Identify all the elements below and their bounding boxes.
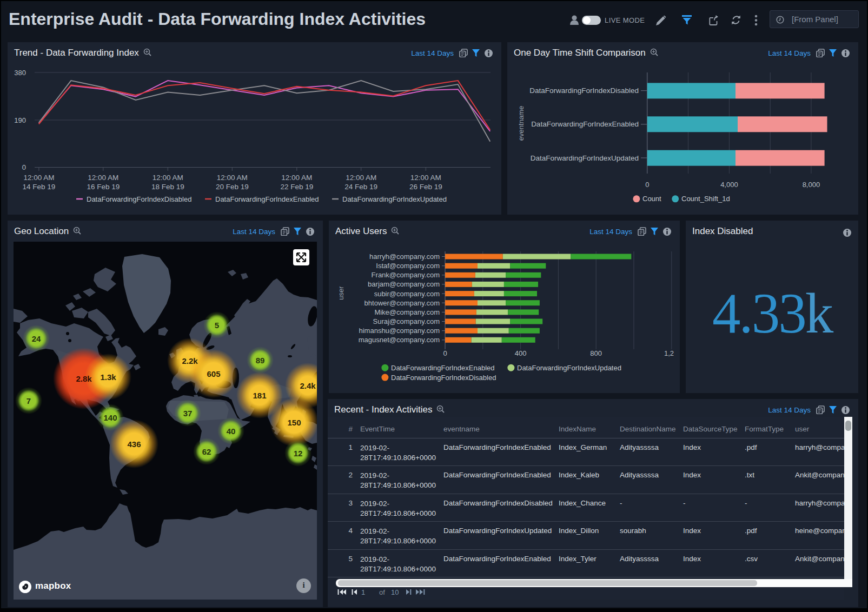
svg-text:Frank@company.com: Frank@company.com: [372, 271, 440, 279]
svg-text:bhtower@company.com: bhtower@company.com: [365, 299, 440, 307]
svg-text:LIVE MODE: LIVE MODE: [605, 16, 645, 24]
svg-text:14 Feb 19: 14 Feb 19: [23, 183, 56, 191]
svg-text:harryh@company.com: harryh@company.com: [369, 252, 440, 261]
svg-text:DataForwardingForIndexUpdated: DataForwardingForIndexUpdated: [342, 195, 447, 203]
svg-text:20 Feb 19: 20 Feb 19: [216, 183, 249, 191]
svg-text:12:00 AM: 12:00 AM: [346, 174, 376, 182]
svg-text:DataForwardingForIndexDisabled: DataForwardingForIndexDisabled: [529, 87, 639, 95]
svg-text:16 Feb 19: 16 Feb 19: [87, 183, 120, 191]
svg-text:8,000: 8,000: [803, 181, 820, 189]
svg-text:DataForwardingForIndexUpdated: DataForwardingForIndexUpdated: [531, 154, 639, 162]
svg-text:18 Feb 19: 18 Feb 19: [151, 183, 184, 191]
svg-text:12:00 AM: 12:00 AM: [153, 174, 183, 182]
svg-text:1,2: 1,2: [664, 349, 674, 357]
svg-text:24 Feb 19: 24 Feb 19: [344, 183, 377, 191]
svg-text:12:00 AM: 12:00 AM: [88, 174, 118, 182]
svg-text:Istaf@company.com: Istaf@company.com: [376, 262, 440, 270]
svg-text:himanshu@company.com: himanshu@company.com: [359, 327, 440, 335]
svg-text:190: 190: [14, 116, 26, 124]
svg-text:of: of: [379, 588, 385, 596]
svg-text:4,000: 4,000: [720, 181, 738, 189]
svg-text:0: 0: [645, 181, 649, 189]
svg-text:DataForwardingForIndexDisabled: DataForwardingForIndexDisabled: [87, 195, 191, 203]
svg-text:1: 1: [361, 588, 365, 596]
svg-text:user: user: [337, 286, 345, 300]
svg-text:magusnet@company.com: magusnet@company.com: [359, 336, 440, 344]
svg-text:800: 800: [590, 349, 602, 357]
svg-text:12:00 AM: 12:00 AM: [410, 174, 441, 182]
svg-text:subir@company.com: subir@company.com: [374, 290, 440, 298]
svg-text:Count_Shift_1d: Count_Shift_1d: [681, 195, 730, 203]
svg-text:eventname: eventname: [517, 106, 525, 141]
svg-text:DataForwardingForIndexEnabled: DataForwardingForIndexEnabled: [215, 195, 319, 203]
svg-text:DataForwardingForIndexEnabled: DataForwardingForIndexEnabled: [531, 120, 639, 128]
svg-text:Mike@company.com: Mike@company.com: [374, 308, 440, 316]
svg-text:12:00 AM: 12:00 AM: [281, 174, 312, 182]
svg-text:DataForwardingForIndexUpdated: DataForwardingForIndexUpdated: [517, 364, 621, 372]
svg-text:22 Feb 19: 22 Feb 19: [280, 183, 313, 191]
svg-text:12:00 AM: 12:00 AM: [23, 174, 54, 182]
svg-text:10: 10: [391, 588, 399, 596]
svg-text:400: 400: [515, 349, 527, 357]
svg-text:380: 380: [14, 69, 26, 77]
svg-text:DataForwardingForIndexEnabled: DataForwardingForIndexEnabled: [391, 364, 495, 372]
svg-text:Suraj@company.com: Suraj@company.com: [373, 317, 440, 325]
svg-text:Count: Count: [642, 195, 661, 203]
svg-text:0: 0: [22, 163, 26, 171]
svg-text:26 Feb 19: 26 Feb 19: [409, 183, 442, 191]
svg-text:0: 0: [443, 349, 447, 357]
svg-text:DataForwardingForIndexDisabled: DataForwardingForIndexDisabled: [391, 374, 496, 382]
svg-text:barjam@company.com: barjam@company.com: [368, 280, 440, 288]
svg-text:12:00 AM: 12:00 AM: [217, 174, 248, 182]
